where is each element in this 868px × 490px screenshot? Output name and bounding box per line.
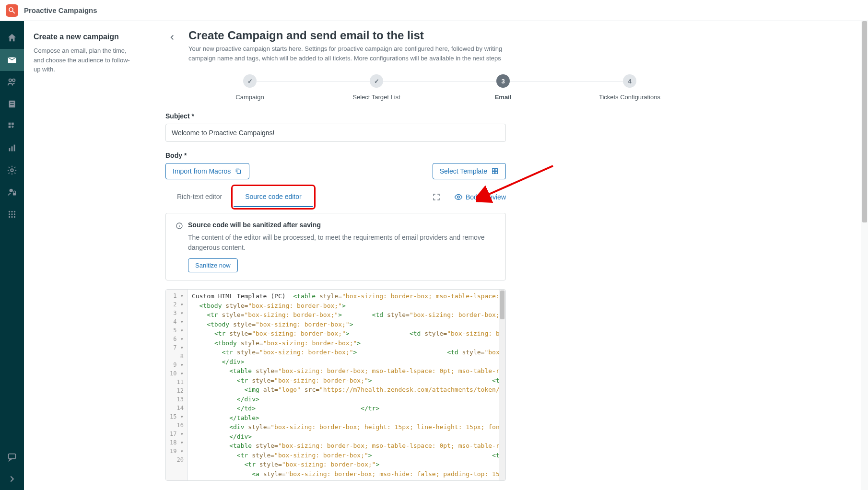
nav-chat[interactable]	[0, 446, 24, 468]
svg-rect-14	[13, 193, 16, 196]
editor-tabs: Rich-text editor Source code editor	[165, 187, 313, 207]
svg-rect-29	[495, 172, 498, 174]
svg-point-30	[457, 196, 460, 198]
grid-icon	[491, 167, 499, 175]
svg-rect-28	[493, 172, 495, 174]
step-label-2: Select Target List	[352, 93, 400, 101]
info-icon	[176, 222, 183, 230]
svg-point-22	[11, 216, 12, 218]
body-preview-button[interactable]: Body preview	[454, 193, 506, 201]
line-number: 18 ▾	[166, 438, 188, 447]
code-scrollbar[interactable]	[499, 290, 505, 480]
step-label-3: Email	[495, 93, 512, 101]
nav-settings[interactable]	[0, 159, 24, 181]
nav-stats[interactable]	[0, 137, 24, 159]
page-title: Create Campaign and send email to the li…	[188, 29, 515, 42]
select-template-label: Select Template	[440, 167, 487, 175]
fullscreen-button[interactable]	[432, 193, 441, 201]
nav-apps[interactable]	[0, 203, 24, 225]
sanitize-now-button[interactable]: Sanitize now	[188, 258, 238, 272]
line-number: 16	[166, 421, 188, 430]
subject-label: Subject *	[165, 112, 506, 120]
info-title: Source code will be sanitized after savi…	[188, 221, 321, 229]
line-number: 13	[166, 395, 188, 404]
svg-point-17	[14, 211, 15, 212]
svg-point-15	[9, 211, 10, 212]
nav-rail	[0, 21, 24, 490]
svg-rect-27	[495, 169, 498, 171]
svg-rect-8	[9, 126, 11, 128]
topbar: Proactive Campaigns	[0, 0, 868, 21]
sanitize-info-box: Source code will be sanitized after savi…	[165, 213, 506, 280]
nav-home[interactable]	[0, 27, 24, 49]
page-description: Your new proactive campaign starts here.…	[188, 44, 515, 63]
line-number: 12	[166, 386, 188, 395]
content: Create Campaign and send email to the li…	[146, 21, 868, 490]
code-body[interactable]: Custom HTML Template (PC) <table style="…	[188, 290, 499, 480]
line-number: 6 ▾	[166, 335, 188, 343]
svg-rect-5	[10, 104, 13, 105]
code-scrollbar-thumb[interactable]	[500, 291, 504, 319]
sidepanel-title: Create a new campaign	[34, 33, 136, 41]
svg-point-19	[11, 213, 12, 215]
nav-page[interactable]	[0, 93, 24, 115]
step-label-4: Tickets Configurations	[599, 93, 660, 101]
back-button[interactable]	[165, 31, 179, 44]
nav-user-lock[interactable]	[0, 181, 24, 203]
app-logo	[6, 4, 18, 17]
nav-expand[interactable]	[0, 468, 24, 490]
import-macros-label: Import from Macros	[173, 167, 231, 175]
line-number: 9 ▾	[166, 361, 188, 369]
content-scrollbar[interactable]	[861, 21, 868, 490]
line-number: 3 ▾	[166, 309, 188, 317]
svg-point-16	[11, 211, 12, 212]
line-number: 4 ▾	[166, 317, 188, 326]
step-circle-2[interactable]	[370, 74, 383, 88]
import-macros-button[interactable]: Import from Macros	[165, 163, 249, 179]
line-number: 14	[166, 404, 188, 412]
line-number: 17 ▾	[166, 430, 188, 438]
svg-point-13	[10, 189, 13, 192]
nav-grid-add[interactable]	[0, 115, 24, 137]
eye-icon	[454, 193, 463, 201]
stepper: CampaignSelect Target List3Email4Tickets…	[187, 74, 693, 101]
line-number: 1 ▾	[166, 292, 188, 300]
svg-rect-10	[12, 146, 13, 151]
svg-rect-26	[493, 169, 495, 171]
svg-point-18	[9, 213, 10, 215]
svg-rect-9	[9, 148, 11, 151]
nav-people[interactable]	[0, 71, 24, 93]
select-template-button[interactable]: Select Template	[433, 163, 506, 179]
step-circle-4[interactable]: 4	[623, 74, 636, 88]
code-editor[interactable]: 1 ▾2 ▾3 ▾4 ▾5 ▾6 ▾7 ▾8 9 ▾10 ▾11 12 13 1…	[165, 289, 506, 481]
tab-source-code[interactable]: Source code editor	[234, 187, 313, 207]
line-number: 20	[166, 455, 188, 464]
line-number: 15 ▾	[166, 412, 188, 421]
sidepanel: Create a new campaign Compose an email, …	[24, 21, 146, 490]
svg-point-20	[14, 213, 15, 215]
svg-rect-7	[12, 123, 14, 125]
step-circle-1[interactable]	[243, 74, 257, 88]
subject-input[interactable]	[165, 124, 506, 142]
svg-point-12	[11, 169, 13, 172]
svg-point-21	[9, 216, 10, 218]
svg-point-1	[9, 79, 12, 82]
tab-rich-text[interactable]: Rich-text editor	[165, 187, 234, 207]
nav-email[interactable]	[0, 49, 24, 71]
info-description: The content of the editor will be proces…	[188, 233, 496, 253]
app-title: Proactive Campaigns	[24, 6, 97, 14]
svg-rect-6	[9, 123, 11, 125]
code-gutter: 1 ▾2 ▾3 ▾4 ▾5 ▾6 ▾7 ▾8 9 ▾10 ▾11 12 13 1…	[166, 290, 188, 480]
content-scrollbar-thumb[interactable]	[862, 21, 867, 222]
copy-icon	[235, 167, 242, 175]
step-circle-3[interactable]: 3	[496, 74, 510, 88]
line-number: 11	[166, 378, 188, 386]
sidepanel-description: Compose an email, plan the time, and cho…	[34, 46, 136, 74]
svg-point-2	[12, 79, 15, 82]
line-number: 5 ▾	[166, 326, 188, 335]
line-number: 8	[166, 352, 188, 361]
svg-rect-11	[14, 145, 15, 152]
svg-rect-25	[237, 170, 241, 173]
line-number: 7 ▾	[166, 343, 188, 352]
svg-rect-4	[10, 102, 13, 103]
